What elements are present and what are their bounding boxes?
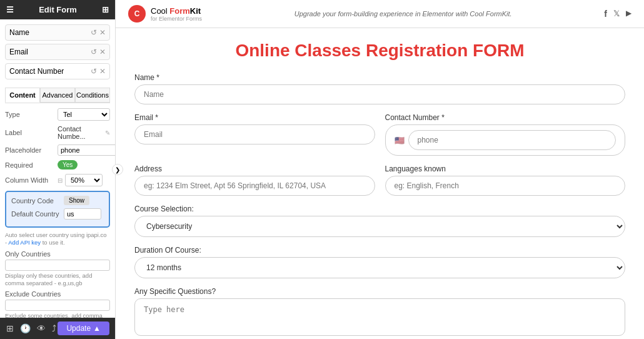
questions-row: Any Specific Questions? xyxy=(134,287,625,336)
course-label: Course Selection: xyxy=(134,205,625,213)
grid-bottom-icon[interactable]: ⊞ xyxy=(6,323,14,333)
logo-text: Cool FormKit for Elementor Forms xyxy=(151,6,202,22)
logo-cool: Cool xyxy=(151,6,169,16)
top-tagline: Upgrade your form-building experience in… xyxy=(294,10,512,18)
hamburger-icon[interactable]: ☰ xyxy=(6,5,14,14)
logo-form: Form xyxy=(169,6,190,16)
bottom-toolbar: ⊞ 🕐 👁 ⤴ Update ▲ xyxy=(0,318,116,339)
setting-default-country: Default Country us xyxy=(11,208,104,220)
panel-collapse-arrow[interactable]: ❯ xyxy=(112,164,123,175)
update-button[interactable]: Update ▲ xyxy=(58,321,109,335)
questions-group: Any Specific Questions? xyxy=(134,287,625,336)
youtube-icon[interactable]: ▶ xyxy=(626,9,631,19)
name-label: Name * xyxy=(134,73,625,82)
field-name-label: Name xyxy=(9,28,91,37)
address-input[interactable] xyxy=(134,176,375,196)
tab-advanced[interactable]: Advanced xyxy=(40,88,75,103)
logo-sub: for Elementor Forms xyxy=(151,16,202,22)
logo-kit: Kit xyxy=(190,6,201,16)
questions-textarea[interactable] xyxy=(134,298,625,336)
address-group: Address xyxy=(134,164,375,196)
field-contact[interactable]: Contact Number ↺ ✕ xyxy=(5,63,110,79)
logo-icon: C xyxy=(128,5,146,23)
settings-area: Type Tel Label Contact Numbe... ✎ Placeh… xyxy=(0,108,115,339)
field-name[interactable]: Name ↺ ✕ xyxy=(5,24,110,41)
type-label: Type xyxy=(5,111,55,118)
column-width-label: Column Width xyxy=(5,176,55,184)
label-edit-icon[interactable]: ✎ xyxy=(105,129,110,136)
add-api-link[interactable]: Add API key xyxy=(8,239,41,246)
field-email-close-icon[interactable]: ✕ xyxy=(99,48,106,56)
grid-icon[interactable]: ⊞ xyxy=(102,5,109,14)
clock-icon[interactable]: 🕐 xyxy=(20,323,31,333)
field-contact-label: Contact Number xyxy=(9,67,91,76)
tab-conditions[interactable]: Conditions xyxy=(75,88,110,103)
form-title: Online Classes Registration FORM xyxy=(134,41,625,61)
contact-group: Contact Number * 🇺🇸 xyxy=(385,113,626,156)
placeholder-input[interactable]: phone xyxy=(58,144,115,156)
api-hint: Auto select user country using ipapi.co … xyxy=(5,231,110,247)
main-content: C Cool FormKit for Elementor Forms Upgra… xyxy=(116,0,644,339)
top-bar: C Cool FormKit for Elementor Forms Upgra… xyxy=(116,0,644,28)
exclude-countries-label: Exclude Countries xyxy=(5,290,110,298)
country-code-show-btn[interactable]: Show xyxy=(64,196,89,205)
setting-required: Required Yes xyxy=(5,160,110,170)
only-countries-input[interactable] xyxy=(5,260,110,271)
label-value: Contact Numbe... xyxy=(58,125,103,140)
duration-row: Duration Of Course: 12 months 6 months 3… xyxy=(134,246,625,278)
setting-column-width: Column Width ⊟ 50% xyxy=(5,174,110,186)
field-contact-refresh-icon[interactable]: ↺ xyxy=(91,67,97,76)
name-input[interactable] xyxy=(134,84,625,104)
course-select[interactable]: Cybersecurity Web Development Data Scien… xyxy=(134,216,625,237)
required-label: Required xyxy=(5,161,55,169)
field-name-refresh-icon[interactable]: ↺ xyxy=(91,28,97,37)
default-country-input[interactable]: us xyxy=(64,208,101,220)
phone-input[interactable] xyxy=(408,130,616,150)
email-label: Email * xyxy=(134,113,375,122)
setting-country-code: Country Code Show xyxy=(11,196,104,205)
left-panel: ☰ Edit Form ⊞ Name ↺ ✕ Email ↺ ✕ Contact… xyxy=(0,0,116,339)
only-countries-hint: Display only these countries, add comma … xyxy=(5,272,110,288)
panel-title: Edit Form xyxy=(39,5,77,14)
address-label: Address xyxy=(134,164,375,173)
email-group: Email * xyxy=(134,113,375,156)
type-select[interactable]: Tel xyxy=(58,108,110,121)
tab-content[interactable]: Content xyxy=(5,88,40,103)
email-contact-row: Email * Contact Number * 🇺🇸 xyxy=(134,113,625,156)
exclude-countries-input[interactable] xyxy=(5,300,110,311)
label-label: Label xyxy=(5,129,55,136)
content-tabs: Content Advanced Conditions xyxy=(5,88,110,103)
facebook-icon[interactable]: f xyxy=(604,9,607,19)
form-area: Online Classes Registration FORM Name * … xyxy=(116,28,644,339)
name-row: Name * xyxy=(134,73,625,104)
setting-placeholder: Placeholder phone ⊟ xyxy=(5,144,110,156)
field-name-close-icon[interactable]: ✕ xyxy=(99,28,106,37)
flag-us-icon: 🇺🇸 xyxy=(395,136,405,145)
only-countries-label: Only Countries xyxy=(5,250,110,258)
toolbar-icons: ⊞ 🕐 👁 ⤴ xyxy=(6,323,56,333)
twitter-icon[interactable]: 𝕏 xyxy=(613,9,620,19)
languages-input[interactable] xyxy=(385,176,626,196)
duration-select[interactable]: 12 months 6 months 3 months 1 month xyxy=(134,257,625,278)
update-label: Update xyxy=(66,324,91,333)
eye-icon[interactable]: 👁 xyxy=(37,323,46,333)
highlighted-section: Country Code Show Default Country us xyxy=(5,191,110,228)
social-icons: f 𝕏 ▶ xyxy=(604,9,631,19)
languages-group: Languages known xyxy=(385,164,626,196)
field-email-refresh-icon[interactable]: ↺ xyxy=(91,48,97,56)
required-toggle[interactable]: Yes xyxy=(58,160,78,170)
default-country-label: Default Country xyxy=(11,210,61,218)
panel-header: ☰ Edit Form ⊞ xyxy=(0,0,115,19)
phone-input-wrap[interactable]: 🇺🇸 xyxy=(385,124,626,156)
field-email[interactable]: Email ↺ ✕ xyxy=(5,44,110,60)
email-input[interactable] xyxy=(134,124,375,144)
country-code-label: Country Code xyxy=(11,197,61,205)
share-icon[interactable]: ⤴ xyxy=(52,323,56,333)
duration-label: Duration Of Course: xyxy=(134,246,625,255)
name-group: Name * xyxy=(134,73,625,104)
field-contact-close-icon[interactable]: ✕ xyxy=(99,67,106,76)
questions-label: Any Specific Questions? xyxy=(134,287,625,296)
column-width-select[interactable]: 50% xyxy=(65,174,103,186)
languages-label: Languages known xyxy=(385,164,626,173)
setting-type: Type Tel xyxy=(5,108,110,121)
